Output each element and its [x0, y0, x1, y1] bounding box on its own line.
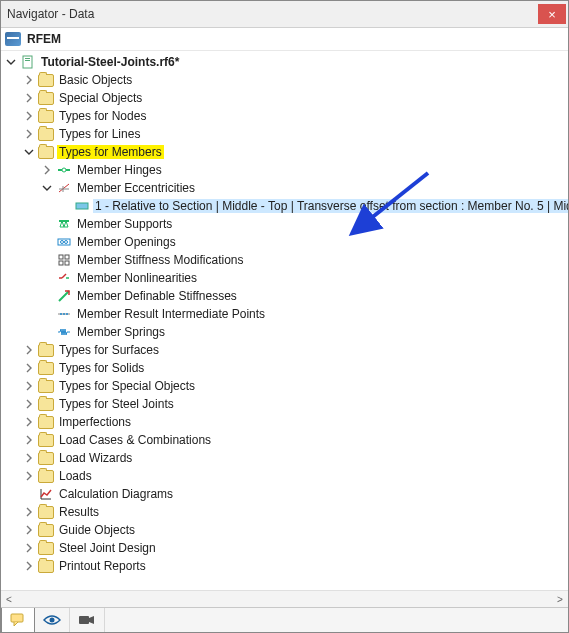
- footer-tab-video[interactable]: [70, 608, 105, 632]
- eccentricity-entry-label: 1 - Relative to Section | Middle - Top |…: [93, 199, 568, 213]
- folder-icon: [38, 398, 54, 411]
- folder-label: Results: [57, 505, 101, 519]
- member-hinges-icon: [56, 163, 72, 177]
- item-member-springs[interactable]: Member Springs: [41, 323, 568, 341]
- folder-types-for-steel-joints[interactable]: Types for Steel Joints: [23, 395, 568, 413]
- item-label: Member Nonlinearities: [75, 271, 199, 285]
- expand-toggle[interactable]: [23, 560, 35, 572]
- item-member-hinges[interactable]: Member Hinges: [41, 161, 568, 179]
- rfem-icon: [5, 32, 21, 46]
- titlebar: Navigator - Data ×: [1, 1, 568, 28]
- expand-toggle[interactable]: [23, 74, 35, 86]
- scroll-right-button[interactable]: >: [552, 592, 568, 606]
- svg-line-20: [62, 274, 66, 278]
- expand-toggle[interactable]: [23, 344, 35, 356]
- svg-point-5: [62, 168, 66, 172]
- window-title: Navigator - Data: [7, 7, 538, 21]
- item-label: Member Hinges: [75, 163, 164, 177]
- item-member-eccentricities[interactable]: Member Eccentricities: [41, 179, 568, 197]
- folder-special-objects[interactable]: Special Objects: [23, 89, 568, 107]
- footer-tab-data[interactable]: [1, 608, 35, 632]
- folder-printout-reports[interactable]: Printout Reports: [23, 557, 568, 575]
- folder-guide-objects[interactable]: Guide Objects: [23, 521, 568, 539]
- folder-label: Steel Joint Design: [57, 541, 158, 555]
- eye-icon: [43, 613, 61, 627]
- folder-types-for-surfaces[interactable]: Types for Surfaces: [23, 341, 568, 359]
- expand-toggle[interactable]: [23, 452, 35, 464]
- member-nonlinearities-icon: [56, 271, 72, 285]
- folder-icon: [38, 560, 54, 573]
- expand-toggle[interactable]: [23, 128, 35, 140]
- item-member-definable-stiffnesses[interactable]: Member Definable Stiffnesses: [41, 287, 568, 305]
- folder-load-cases-combinations[interactable]: Load Cases & Combinations: [23, 431, 568, 449]
- svg-rect-1: [23, 56, 32, 68]
- expand-toggle[interactable]: [23, 434, 35, 446]
- expand-toggle[interactable]: [23, 380, 35, 392]
- folder-label: Load Wizards: [57, 451, 134, 465]
- folder-basic-objects[interactable]: Basic Objects: [23, 71, 568, 89]
- folder-label: Guide Objects: [57, 523, 137, 537]
- expand-toggle[interactable]: [23, 362, 35, 374]
- folder-label: Printout Reports: [57, 559, 148, 573]
- folder-icon: [38, 146, 54, 159]
- folder-imperfections[interactable]: Imperfections: [23, 413, 568, 431]
- folder-label: Loads: [57, 469, 94, 483]
- folder-steel-joint-design[interactable]: Steel Joint Design: [23, 539, 568, 557]
- scroll-track[interactable]: [17, 594, 552, 604]
- expand-toggle[interactable]: [23, 542, 35, 554]
- item-member-openings[interactable]: Member Openings: [41, 233, 568, 251]
- expand-toggle[interactable]: [23, 506, 35, 518]
- folder-label: Imperfections: [57, 415, 133, 429]
- item-member-nonlinearities[interactable]: Member Nonlinearities: [41, 269, 568, 287]
- folder-types-for-members[interactable]: Types for Members: [23, 143, 568, 161]
- svg-point-14: [65, 241, 68, 244]
- close-icon: ×: [548, 8, 556, 21]
- folder-types-for-nodes[interactable]: Types for Nodes: [23, 107, 568, 125]
- folder-icon: [38, 344, 54, 357]
- folder-results[interactable]: Results: [23, 503, 568, 521]
- folder-label: Types for Surfaces: [57, 343, 161, 357]
- folder-loads[interactable]: Loads: [23, 467, 568, 485]
- item-member-result-intermediate-points[interactable]: Member Result Intermediate Points: [41, 305, 568, 323]
- expand-toggle[interactable]: [23, 146, 35, 158]
- folder-types-for-special-objects[interactable]: Types for Special Objects: [23, 377, 568, 395]
- folder-label: Types for Solids: [57, 361, 146, 375]
- folder-types-for-solids[interactable]: Types for Solids: [23, 359, 568, 377]
- tree-root[interactable]: Tutorial-Steel-Joints.rf6*: [5, 53, 568, 71]
- item-calculation-diagrams[interactable]: Calculation Diagrams: [23, 485, 568, 503]
- item-member-supports[interactable]: Member Supports: [41, 215, 568, 233]
- folder-icon: [38, 542, 54, 555]
- expand-toggle[interactable]: [23, 416, 35, 428]
- svg-point-26: [66, 313, 68, 315]
- item-label: Member Supports: [75, 217, 174, 231]
- comment-icon: [10, 613, 26, 627]
- svg-line-22: [59, 291, 69, 301]
- navigator-data-window: Navigator - Data × RFEM: [0, 0, 569, 633]
- expand-toggle[interactable]: [41, 182, 53, 194]
- expand-toggle[interactable]: [23, 92, 35, 104]
- expand-toggle[interactable]: [23, 110, 35, 122]
- svg-rect-15: [59, 255, 63, 259]
- expand-toggle[interactable]: [23, 398, 35, 410]
- tree-scroll[interactable]: Tutorial-Steel-Joints.rf6* Basic Objects…: [1, 51, 568, 590]
- footer-tab-view[interactable]: [35, 608, 70, 632]
- folder-icon: [38, 416, 54, 429]
- window-close-button[interactable]: ×: [538, 4, 566, 24]
- file-icon: [20, 55, 36, 69]
- folder-icon: [38, 470, 54, 483]
- calculation-diagrams-icon: [38, 487, 54, 501]
- app-header: RFEM: [1, 28, 568, 51]
- camera-icon: [78, 613, 96, 627]
- expand-toggle[interactable]: [23, 524, 35, 536]
- horizontal-scrollbar[interactable]: < >: [1, 590, 568, 607]
- folder-load-wizards[interactable]: Load Wizards: [23, 449, 568, 467]
- member-definable-stiff-icon: [56, 289, 72, 303]
- expand-toggle[interactable]: [23, 470, 35, 482]
- svg-point-13: [61, 241, 64, 244]
- eccentricity-entry-1[interactable]: 1 - Relative to Section | Middle - Top |…: [59, 197, 568, 215]
- expand-toggle[interactable]: [41, 164, 53, 176]
- scroll-left-button[interactable]: <: [1, 592, 17, 606]
- folder-types-for-lines[interactable]: Types for Lines: [23, 125, 568, 143]
- expand-toggle[interactable]: [5, 56, 17, 68]
- item-member-stiffness-modifications[interactable]: Member Stiffness Modifications: [41, 251, 568, 269]
